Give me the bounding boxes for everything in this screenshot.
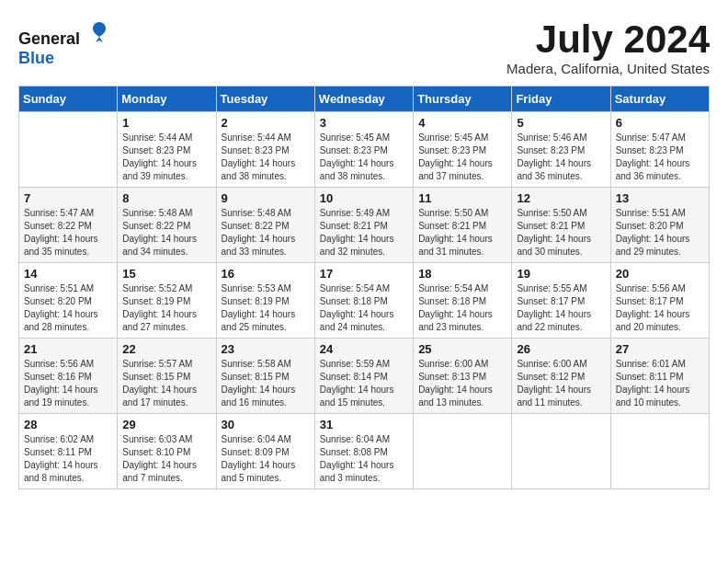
day-info: Sunrise: 5:47 AMSunset: 8:22 PMDaylight:… <box>24 207 112 259</box>
calendar-cell: 7Sunrise: 5:47 AMSunset: 8:22 PMDaylight… <box>19 188 118 263</box>
day-info: Sunrise: 5:45 AMSunset: 8:23 PMDaylight:… <box>418 132 506 183</box>
day-number: 24 <box>320 342 408 356</box>
day-number: 21 <box>24 342 112 356</box>
day-info: Sunrise: 5:54 AMSunset: 8:18 PMDaylight:… <box>320 282 408 334</box>
day-info: Sunrise: 5:50 AMSunset: 8:21 PMDaylight:… <box>517 207 605 259</box>
day-info: Sunrise: 5:54 AMSunset: 8:18 PMDaylight:… <box>418 282 506 334</box>
calendar-cell: 10Sunrise: 5:49 AMSunset: 8:21 PMDayligh… <box>314 188 413 263</box>
day-number: 12 <box>517 191 605 205</box>
day-number: 11 <box>418 191 506 205</box>
header-day-monday: Monday <box>118 86 216 112</box>
day-info: Sunrise: 5:47 AMSunset: 8:23 PMDaylight:… <box>616 132 704 183</box>
day-number: 19 <box>517 267 605 281</box>
day-info: Sunrise: 5:56 AMSunset: 8:16 PMDaylight:… <box>24 358 112 409</box>
calendar-cell: 8Sunrise: 5:48 AMSunset: 8:22 PMDaylight… <box>118 188 216 263</box>
day-info: Sunrise: 5:56 AMSunset: 8:17 PMDaylight:… <box>616 282 704 334</box>
calendar-cell: 29Sunrise: 6:03 AMSunset: 8:10 PMDayligh… <box>118 414 216 489</box>
day-number: 30 <box>222 418 310 431</box>
day-number: 22 <box>122 342 210 356</box>
calendar-cell: 24Sunrise: 5:59 AMSunset: 8:14 PMDayligh… <box>314 339 413 414</box>
day-number: 6 <box>616 116 704 130</box>
day-number: 1 <box>122 116 210 130</box>
day-info: Sunrise: 5:44 AMSunset: 8:23 PMDaylight:… <box>222 132 310 183</box>
day-info: Sunrise: 5:51 AMSunset: 8:20 PMDaylight:… <box>616 207 704 259</box>
header: General Blue July 2024 Madera, Californi… <box>18 18 710 76</box>
calendar-cell: 9Sunrise: 5:48 AMSunset: 8:22 PMDaylight… <box>216 188 314 263</box>
day-info: Sunrise: 5:48 AMSunset: 8:22 PMDaylight:… <box>222 207 310 259</box>
calendar-cell: 2Sunrise: 5:44 AMSunset: 8:23 PMDaylight… <box>216 112 314 188</box>
month-title: July 2024 <box>506 18 710 61</box>
day-number: 16 <box>222 267 310 281</box>
calendar-cell: 4Sunrise: 5:45 AMSunset: 8:23 PMDaylight… <box>414 112 512 188</box>
calendar-cell: 5Sunrise: 5:46 AMSunset: 8:23 PMDaylight… <box>512 112 610 188</box>
day-number: 26 <box>517 342 605 356</box>
day-number: 13 <box>616 191 704 205</box>
day-info: Sunrise: 5:48 AMSunset: 8:22 PMDaylight:… <box>122 207 210 259</box>
title-section: July 2024 Madera, California, United Sta… <box>506 18 710 76</box>
logo-blue: Blue <box>18 49 54 67</box>
header-day-sunday: Sunday <box>19 86 118 112</box>
header-day-thursday: Thursday <box>414 86 512 112</box>
day-info: Sunrise: 5:58 AMSunset: 8:15 PMDaylight:… <box>222 358 310 409</box>
day-number: 8 <box>122 191 210 205</box>
calendar-cell: 30Sunrise: 6:04 AMSunset: 8:09 PMDayligh… <box>216 414 314 489</box>
day-info: Sunrise: 5:44 AMSunset: 8:23 PMDaylight:… <box>122 132 210 183</box>
header-day-saturday: Saturday <box>610 86 709 112</box>
day-info: Sunrise: 5:49 AMSunset: 8:21 PMDaylight:… <box>320 207 408 259</box>
day-info: Sunrise: 5:57 AMSunset: 8:15 PMDaylight:… <box>122 358 210 409</box>
day-info: Sunrise: 6:00 AMSunset: 8:12 PMDaylight:… <box>517 358 605 409</box>
day-info: Sunrise: 6:03 AMSunset: 8:10 PMDaylight:… <box>122 433 210 485</box>
day-number: 17 <box>320 267 408 281</box>
calendar-week-row: 7Sunrise: 5:47 AMSunset: 8:22 PMDaylight… <box>19 188 710 263</box>
calendar-cell: 21Sunrise: 5:56 AMSunset: 8:16 PMDayligh… <box>19 339 118 414</box>
calendar-cell: 18Sunrise: 5:54 AMSunset: 8:18 PMDayligh… <box>414 263 512 339</box>
calendar-cell: 17Sunrise: 5:54 AMSunset: 8:18 PMDayligh… <box>314 263 413 339</box>
day-info: Sunrise: 5:59 AMSunset: 8:14 PMDaylight:… <box>320 358 408 409</box>
logo-general: General <box>18 29 80 48</box>
calendar-cell: 27Sunrise: 6:01 AMSunset: 8:11 PMDayligh… <box>610 339 709 414</box>
day-info: Sunrise: 6:01 AMSunset: 8:11 PMDaylight:… <box>616 358 704 409</box>
calendar-cell <box>414 414 512 489</box>
day-number: 23 <box>222 342 310 356</box>
day-number: 7 <box>24 191 112 205</box>
day-info: Sunrise: 5:52 AMSunset: 8:19 PMDaylight:… <box>122 282 210 334</box>
header-day-tuesday: Tuesday <box>216 86 314 112</box>
calendar-cell: 20Sunrise: 5:56 AMSunset: 8:17 PMDayligh… <box>610 263 709 339</box>
calendar-cell: 12Sunrise: 5:50 AMSunset: 8:21 PMDayligh… <box>512 188 610 263</box>
calendar-cell: 19Sunrise: 5:55 AMSunset: 8:17 PMDayligh… <box>512 263 610 339</box>
calendar-cell: 26Sunrise: 6:00 AMSunset: 8:12 PMDayligh… <box>512 339 610 414</box>
calendar-cell: 31Sunrise: 6:04 AMSunset: 8:08 PMDayligh… <box>314 414 413 489</box>
calendar-cell: 11Sunrise: 5:50 AMSunset: 8:21 PMDayligh… <box>414 188 512 263</box>
calendar-cell: 3Sunrise: 5:45 AMSunset: 8:23 PMDaylight… <box>314 112 413 188</box>
day-info: Sunrise: 6:04 AMSunset: 8:09 PMDaylight:… <box>222 433 310 485</box>
day-info: Sunrise: 5:46 AMSunset: 8:23 PMDaylight:… <box>517 132 605 183</box>
calendar-cell: 6Sunrise: 5:47 AMSunset: 8:23 PMDaylight… <box>610 112 709 188</box>
day-info: Sunrise: 6:00 AMSunset: 8:13 PMDaylight:… <box>418 358 506 409</box>
calendar-header-row: SundayMondayTuesdayWednesdayThursdayFrid… <box>19 86 710 112</box>
day-info: Sunrise: 5:50 AMSunset: 8:21 PMDaylight:… <box>418 207 506 259</box>
day-number: 15 <box>122 267 210 281</box>
day-number: 28 <box>24 418 112 431</box>
calendar-cell: 23Sunrise: 5:58 AMSunset: 8:15 PMDayligh… <box>216 339 314 414</box>
calendar-cell <box>610 414 709 489</box>
calendar-cell <box>512 414 610 489</box>
day-number: 27 <box>616 342 704 356</box>
calendar-week-row: 28Sunrise: 6:02 AMSunset: 8:11 PMDayligh… <box>19 414 710 489</box>
day-info: Sunrise: 5:55 AMSunset: 8:17 PMDaylight:… <box>517 282 605 334</box>
day-info: Sunrise: 5:45 AMSunset: 8:23 PMDaylight:… <box>320 132 408 183</box>
logo-text: General Blue <box>18 18 112 68</box>
calendar-week-row: 21Sunrise: 5:56 AMSunset: 8:16 PMDayligh… <box>19 339 710 414</box>
day-number: 14 <box>24 267 112 281</box>
day-number: 25 <box>418 342 506 356</box>
calendar-table: SundayMondayTuesdayWednesdayThursdayFrid… <box>18 86 710 489</box>
calendar-cell: 25Sunrise: 6:00 AMSunset: 8:13 PMDayligh… <box>414 339 512 414</box>
day-number: 3 <box>320 116 408 130</box>
calendar-cell <box>19 112 118 188</box>
day-info: Sunrise: 6:02 AMSunset: 8:11 PMDaylight:… <box>24 433 112 485</box>
calendar-cell: 13Sunrise: 5:51 AMSunset: 8:20 PMDayligh… <box>610 188 709 263</box>
day-number: 4 <box>418 116 506 130</box>
calendar-cell: 28Sunrise: 6:02 AMSunset: 8:11 PMDayligh… <box>19 414 118 489</box>
calendar-cell: 1Sunrise: 5:44 AMSunset: 8:23 PMDaylight… <box>118 112 216 188</box>
calendar-cell: 16Sunrise: 5:53 AMSunset: 8:19 PMDayligh… <box>216 263 314 339</box>
day-info: Sunrise: 6:04 AMSunset: 8:08 PMDaylight:… <box>320 433 408 485</box>
